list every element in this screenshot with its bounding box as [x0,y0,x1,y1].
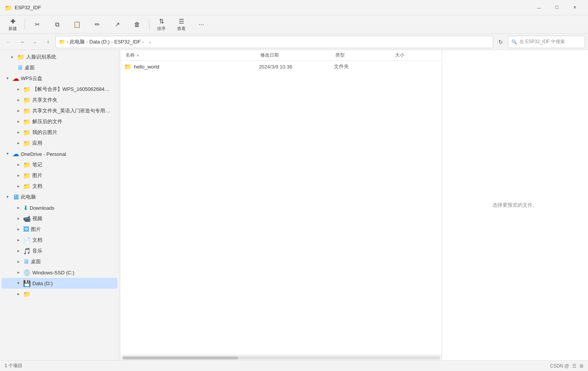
expand-icon-downloads: ► [15,205,22,211]
expand-icon-faces: ► [9,54,15,60]
toolbar: ✚ 新建 ✂ ⧉ 📋 ✏ ↗ 🗑 ⇅ 排序 ☰ 查看 ··· [0,15,588,34]
sidebar-item-wps-merge[interactable]: ► 📁 【帐号合并】WPS_1605062684的文 [2,84,117,95]
folder-icon-wps-unzip: 📁 [23,118,31,125]
scrollbar-thumb[interactable] [122,356,238,359]
minimize-button[interactable]: — [530,2,548,14]
sidebar-item-videos[interactable]: ► 📹 视频 [2,213,117,224]
more-button[interactable]: ··· [192,17,211,32]
sidebar-item-d-drive[interactable]: ► 💾 Data (D:) [2,278,117,289]
back-button[interactable]: ← [3,36,15,48]
new-label: 新建 [8,26,17,32]
sidebar-item-od-docs[interactable]: ► 📁 文档 [2,181,117,192]
sidebar-item-wps-shared2[interactable]: ► 📁 共享文件夹_英语入门班造句专用形容 [2,105,117,116]
folder-icon-od-docs: 📁 [23,183,31,190]
expand-icon-pc-docs: ► [15,237,22,243]
rename-button[interactable]: ✏ [87,17,107,32]
onedrive-label-docs: 文档 [32,183,42,190]
share-icon: ↗ [115,21,120,28]
expand-icon-pc-pics: ► [15,226,22,232]
folder-icon-desktop1: 🖥 [17,64,23,71]
expand-icon-d-drive: ► [15,280,22,286]
paste-icon: 📋 [73,21,81,28]
col-type-header[interactable]: 类型 [334,52,394,58]
sidebar-item-wps-pics[interactable]: ► 📁 我的云图片 [2,127,117,138]
expand-icon-od-docs: ► [15,183,22,189]
section-wps[interactable]: ► ☁ WPS云盘 [2,73,117,84]
status-view-icon-list[interactable]: ☰ [572,363,576,369]
status-view-icon-grid[interactable]: ⊞ [580,363,583,369]
sidebar-item-music[interactable]: ► 🎵 音乐 [2,246,117,256]
path-item-folder[interactable]: ESP32_IDF [114,39,141,45]
refresh-button[interactable]: ↻ [495,36,506,48]
section-pc[interactable]: ► 🖥 此电脑 [2,192,117,202]
sort-label: 排序 [157,26,166,32]
download-icon: ⬇ [23,204,28,212]
share-button[interactable]: ↗ [107,17,127,32]
column-headers: 名称 ∧ 修改日期 类型 大小 [121,50,442,61]
path-sep-1: › [67,39,68,45]
forward-button[interactable]: → [16,36,28,48]
sidebar-item-c-drive[interactable]: ► 💿 Windows-SSD (C:) [2,267,117,278]
view-icon: ☰ [179,18,184,25]
copy-button[interactable]: ⧉ [47,17,67,32]
col-name-header[interactable]: 名称 ∧ [124,52,259,58]
table-row[interactable]: 📁 hello_world 2024/3/9 10:36 文件夹 [121,61,442,72]
pc-label-c-drive: Windows-SSD (C:) [32,270,74,276]
folder-icon-wps-shared2: 📁 [23,107,31,115]
delete-button[interactable]: 🗑 [127,17,147,32]
folder-icon-wps-apps: 📁 [23,140,31,147]
file-folder-icon: 📁 [124,63,132,70]
window-title: ESP32_IDF [15,5,530,10]
col-size-label: 大小 [395,52,404,58]
sidebar-item-wps-shared[interactable]: ► 📁 共享文件夹 [2,95,117,105]
col-size-header[interactable]: 大小 [394,52,439,58]
sidebar-label-desktop1: 桌面 [25,64,35,71]
up-button[interactable]: ↑ [42,36,54,48]
file-type-label: 文件夹 [334,64,349,69]
preview-pane: 选择要预览的文件。 [442,50,588,360]
doc-icon: 📄 [23,237,31,244]
col-name-label: 名称 [126,52,135,58]
status-right-label: CSDN @ [550,363,569,369]
pc-label-pics: 图片 [31,226,41,233]
cut-button[interactable]: ✂ [27,17,47,32]
path-item-drive[interactable]: Data (D:) [89,39,110,45]
expand-icon-wps: ► [5,75,11,82]
address-path[interactable]: 📁 › 此电脑 › Data (D:) › ESP32_IDF › ⌄ [55,36,493,48]
sidebar-item-notes[interactable]: ► 📁 笔记 [2,159,117,170]
file-type-cell: 文件夹 [334,63,394,70]
sidebar-item-pc-docs[interactable]: ► 📄 文档 [2,235,117,246]
sidebar-item-desktop1[interactable]: 🖥 桌面 [2,62,117,73]
search-box[interactable]: 🔍 在 ESP32_IDF 中搜索 [508,36,585,48]
maximize-button[interactable]: ☐ [548,2,566,14]
sidebar: ► 📁 人脸识别系统 🖥 桌面 ► ☁ WPS云盘 ► 📁 【帐号合并】WPS_… [0,50,119,360]
path-sep-3: › [111,39,113,45]
file-name-label: hello_world [134,64,159,70]
new-button[interactable]: ✚ 新建 [3,17,22,32]
pc-icon: 🖥 [12,193,19,201]
section-onedrive[interactable]: ► ☁ OneDrive - Personal [2,149,117,159]
sidebar-item-wps-unzip[interactable]: ► 📁 解压后的文件 [2,116,117,127]
dropdown-button[interactable]: ⌄ [29,36,41,48]
paste-button[interactable]: 📋 [67,17,87,32]
sidebar-item-faces[interactable]: ► 📁 人脸识别系统 [2,52,117,62]
video-icon: 📹 [23,215,31,222]
sort-button[interactable]: ⇅ 排序 [152,17,171,32]
search-placeholder: 在 ESP32_IDF 中搜索 [519,38,565,45]
pc-desktop-icon: 🖥 [23,258,29,265]
col-date-header[interactable]: 修改日期 [259,52,334,58]
close-button[interactable]: ✕ [566,2,583,14]
sidebar-item-od-pics[interactable]: ► 📁 图片 [2,170,117,181]
sidebar-item-pc-desktop[interactable]: ► 🖥 桌面 [2,256,117,267]
sidebar-item-downloads[interactable]: ► ⬇ Downloads [2,202,117,213]
view-button[interactable]: ☰ 查看 [172,17,191,32]
view-label: 查看 [177,26,186,32]
folder-icon-od-pics: 📁 [23,172,31,179]
sidebar-item-pc-pics[interactable]: ► 🖼 图片 [2,224,117,235]
horizontal-scrollbar[interactable] [121,355,442,360]
sidebar-item-wps-apps[interactable]: ► 📁 应用 [2,138,117,149]
path-item-pc[interactable]: 此电脑 [70,38,85,45]
path-chevron[interactable]: ⌄ [145,36,154,48]
sidebar-item-more[interactable]: ► 📁 [2,289,117,299]
expand-icon-wps-unzip: ► [15,119,22,125]
